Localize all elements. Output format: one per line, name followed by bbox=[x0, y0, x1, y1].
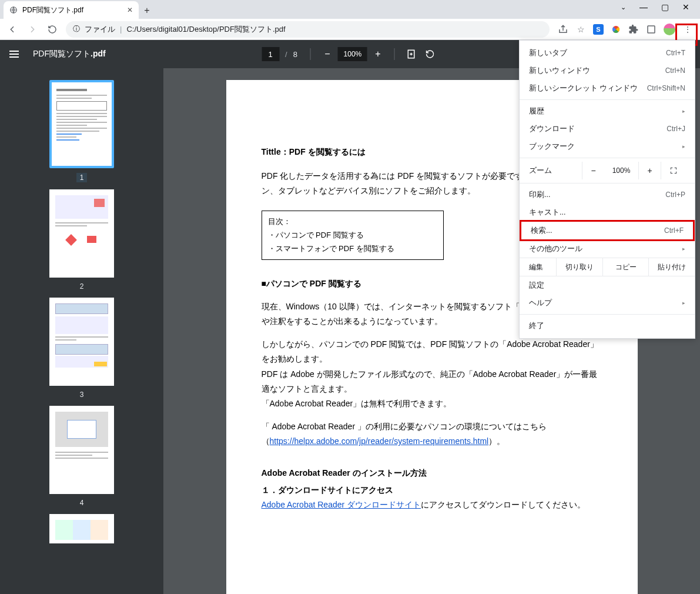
thumbnail-4[interactable]: 4 bbox=[49, 406, 114, 507]
menu-downloads[interactable]: ダウンロードCtrl+J bbox=[520, 120, 695, 138]
menu-more-tools[interactable]: その他のツール bbox=[520, 240, 695, 258]
tab-strip: PDF閲覧ソフト.pdf ✕ + bbox=[0, 0, 700, 19]
back-button[interactable] bbox=[4, 21, 21, 38]
extension-icon-3[interactable] bbox=[646, 24, 657, 35]
menu-copy[interactable]: コピー bbox=[602, 258, 649, 276]
menu-bookmarks[interactable]: ブックマーク bbox=[520, 138, 695, 155]
window-maximize-icon[interactable]: ▢ bbox=[661, 2, 669, 12]
extension-tray: ☆ S ⋮ bbox=[554, 24, 696, 35]
window-chevron-icon[interactable]: ⌄ bbox=[621, 4, 626, 11]
toc-box: 目次： ・パソコンで PDF 閲覧する ・スマートフォンで PDF を閲覧する bbox=[262, 211, 444, 260]
requirements-link[interactable]: https://helpx.adobe.com/jp/reader/system… bbox=[270, 436, 489, 446]
menu-cut[interactable]: 切り取り bbox=[556, 258, 602, 276]
menu-history[interactable]: 履歴 bbox=[520, 102, 695, 120]
section-heading-2: Adobe Acrobat Reader のインストール方法 bbox=[262, 466, 602, 480]
window-minimize-icon[interactable]: — bbox=[639, 2, 648, 12]
rotate-icon[interactable] bbox=[422, 46, 438, 62]
tab-close-icon[interactable]: ✕ bbox=[127, 6, 133, 14]
menu-settings[interactable]: 設定 bbox=[520, 276, 695, 294]
new-tab-button[interactable]: + bbox=[139, 2, 155, 19]
menu-exit[interactable]: 終了 bbox=[520, 317, 695, 335]
menu-zoom: ズーム − 100% + bbox=[520, 161, 695, 181]
thumbnail-2[interactable]: 2 bbox=[49, 189, 114, 291]
fit-page-icon[interactable] bbox=[403, 46, 420, 62]
sidebar-toggle-icon[interactable] bbox=[9, 51, 19, 58]
thumbnail-panel[interactable]: 1 2 3 4 bbox=[0, 68, 163, 594]
chrome-menu: 新しいタブCtrl+T 新しいウィンドウCtrl+N 新しいシークレット ウィン… bbox=[519, 40, 695, 339]
window-controls: ⌄ — ▢ ✕ bbox=[621, 0, 700, 14]
bookmark-star-icon[interactable]: ☆ bbox=[575, 24, 586, 35]
fullscreen-icon[interactable] bbox=[661, 162, 685, 179]
document-title: PDF閲覧ソフト.pdf bbox=[33, 49, 106, 59]
pdf-toolbar-center: / 8 − 100% + bbox=[262, 40, 438, 68]
address-path: C:/Users/digital01/Desktop/PDF閲覧ソフト.pdf bbox=[126, 24, 285, 35]
menu-paste[interactable]: 貼り付け bbox=[648, 258, 695, 276]
browser-tab[interactable]: PDF閲覧ソフト.pdf ✕ bbox=[4, 1, 139, 19]
thumbnail-1[interactable]: 1 bbox=[49, 80, 114, 182]
forward-button[interactable] bbox=[24, 21, 41, 38]
menu-print[interactable]: 印刷...Ctrl+P bbox=[520, 186, 695, 203]
menu-new-window[interactable]: 新しいウィンドウCtrl+N bbox=[520, 62, 695, 79]
menu-cast[interactable]: キャスト... bbox=[520, 203, 695, 221]
menu-incognito[interactable]: 新しいシークレット ウィンドウCtrl+Shift+N bbox=[520, 79, 695, 97]
menu-new-tab[interactable]: 新しいタブCtrl+T bbox=[520, 44, 695, 62]
menu-edit-label: 編集 bbox=[520, 258, 556, 276]
kebab-menu-button[interactable]: ⋮ bbox=[682, 24, 693, 35]
page-total: 8 bbox=[293, 50, 297, 59]
address-scheme: ファイル bbox=[85, 24, 115, 35]
menu-zoom-out[interactable]: − bbox=[582, 162, 604, 179]
download-link[interactable]: Adobe Acrobat Reader ダウンロードサイト bbox=[262, 500, 421, 509]
address-bar[interactable]: ⓘ ファイル | C:/Users/digital01/Desktop/PDF閲… bbox=[66, 21, 550, 38]
zoom-level[interactable]: 100% bbox=[338, 47, 367, 61]
page-number-input[interactable] bbox=[262, 47, 279, 61]
extension-icon-1[interactable]: S bbox=[593, 24, 604, 35]
window-close-icon[interactable]: ✕ bbox=[682, 2, 689, 12]
page-info-icon[interactable]: ⓘ bbox=[73, 24, 80, 34]
extensions-puzzle-icon[interactable] bbox=[628, 24, 639, 35]
menu-zoom-value: 100% bbox=[604, 166, 638, 175]
menu-find[interactable]: 検索...Ctrl+F bbox=[521, 222, 693, 239]
menu-zoom-in[interactable]: + bbox=[638, 162, 661, 179]
zoom-out-button[interactable]: − bbox=[319, 46, 336, 62]
menu-edit-row: 編集 切り取り コピー 貼り付け bbox=[520, 258, 695, 276]
toolbar: ⓘ ファイル | C:/Users/digital01/Desktop/PDF閲… bbox=[0, 19, 700, 40]
globe-icon bbox=[9, 6, 18, 14]
share-icon[interactable] bbox=[558, 24, 568, 35]
highlight-find: 検索...Ctrl+F bbox=[520, 220, 695, 241]
profile-avatar-icon[interactable] bbox=[664, 24, 675, 35]
svg-rect-5 bbox=[648, 26, 655, 33]
tab-title: PDF閲覧ソフト.pdf bbox=[22, 5, 83, 15]
extension-icon-2[interactable] bbox=[611, 24, 621, 35]
menu-help[interactable]: ヘルプ bbox=[520, 294, 695, 312]
thumbnail-3[interactable]: 3 bbox=[49, 298, 114, 399]
zoom-in-button[interactable]: + bbox=[370, 46, 386, 62]
reload-button[interactable] bbox=[43, 21, 61, 38]
thumbnail-5[interactable] bbox=[49, 514, 114, 543]
